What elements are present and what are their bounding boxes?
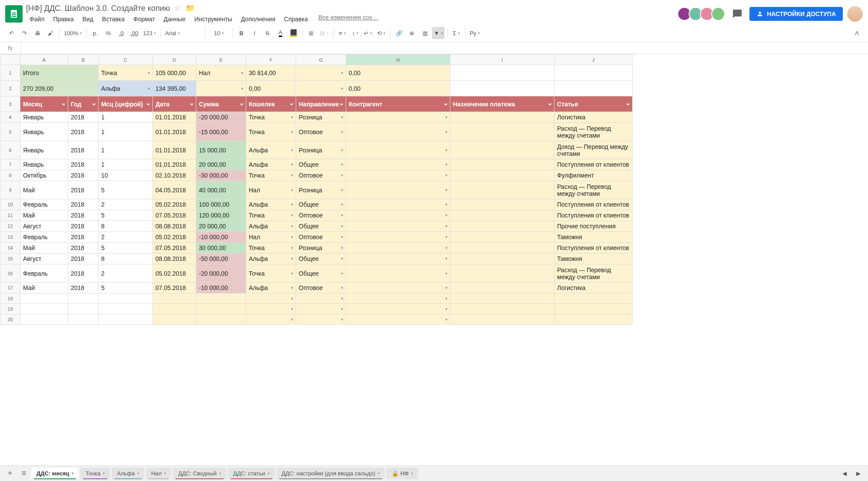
cell-D11[interactable]: 07.05.2018 xyxy=(153,210,196,221)
cell-B2[interactable] xyxy=(68,81,99,96)
col-header-H[interactable]: H xyxy=(346,55,450,65)
cell-H8[interactable]: ▼ xyxy=(346,170,450,181)
cell-F19[interactable]: ▼ xyxy=(246,304,296,314)
cell-B8[interactable]: 2018 xyxy=(68,170,99,181)
menu-Дополнения[interactable]: Дополнения xyxy=(238,14,279,24)
paint-format-button[interactable]: 🖌 xyxy=(44,27,56,39)
cell-F6[interactable]: Альфа▼ xyxy=(246,141,296,159)
dropdown-arrow-icon[interactable]: ▼ xyxy=(290,174,294,178)
cell-G13[interactable]: Оптовое▼ xyxy=(296,232,346,243)
cell-F12[interactable]: Альфа▼ xyxy=(246,221,296,232)
cell-D8[interactable]: 02.10.2018 xyxy=(153,170,196,181)
dropdown-arrow-icon[interactable]: ▼ xyxy=(445,235,448,239)
cell-G11[interactable]: Оптовое▼ xyxy=(296,210,346,221)
cell-B12[interactable]: 2018 xyxy=(68,221,99,232)
comments-icon[interactable] xyxy=(729,6,745,22)
collapse-toolbar-button[interactable]: ᐱ xyxy=(851,27,863,39)
cell-E16[interactable]: -20 000,00 xyxy=(196,264,246,283)
column-filter-J[interactable]: Статья⏷ xyxy=(554,96,633,112)
cell-E18[interactable] xyxy=(196,293,246,304)
cell-C18[interactable] xyxy=(99,293,153,304)
col-header-B[interactable]: B xyxy=(68,55,99,65)
zoom-select[interactable]: 100% xyxy=(62,27,83,39)
cell-A13[interactable]: Февраль xyxy=(20,232,68,243)
redo-button[interactable]: ↷ xyxy=(18,27,30,39)
dropdown-arrow-icon[interactable]: ▼ xyxy=(290,235,294,239)
cell-A4[interactable]: Январь xyxy=(20,112,68,123)
input-tools-button[interactable]: Ру xyxy=(468,27,482,39)
collaborator-avatars[interactable] xyxy=(680,7,725,21)
cell-F20[interactable]: ▼ xyxy=(246,314,296,325)
cell-I11[interactable] xyxy=(450,210,554,221)
cell-I10[interactable] xyxy=(450,199,554,210)
increase-decimal-button[interactable]: .00 xyxy=(128,27,140,39)
cell-H12[interactable]: ▼ xyxy=(346,221,450,232)
cell-G17[interactable]: Оптовое▼ xyxy=(296,283,346,293)
dropdown-arrow-icon[interactable]: ▼ xyxy=(340,188,344,192)
dropdown-arrow-icon[interactable]: ▼ xyxy=(340,86,344,90)
dropdown-arrow-icon[interactable]: ▼ xyxy=(290,317,294,321)
cell-J4[interactable]: Логистика xyxy=(554,112,633,123)
format-currency-button[interactable]: р. xyxy=(89,27,101,39)
cell-F16[interactable]: Точка▼ xyxy=(246,264,296,283)
cell-I6[interactable] xyxy=(450,141,554,159)
cell-J14[interactable]: Поступления от клиентов xyxy=(554,243,633,254)
row-header-10[interactable]: 10 xyxy=(0,199,20,210)
menu-Формат[interactable]: Формат xyxy=(130,14,158,24)
dropdown-arrow-icon[interactable]: ▼ xyxy=(290,271,294,275)
filter-icon[interactable]: ⏷ xyxy=(92,102,96,106)
dropdown-arrow-icon[interactable]: ▼ xyxy=(445,174,448,178)
insert-chart-button[interactable]: ▥ xyxy=(419,27,431,39)
dropdown-arrow-icon[interactable]: ▼ xyxy=(445,214,448,217)
cell-E4[interactable]: -20 000,00 xyxy=(196,112,246,123)
cell-C6[interactable]: 1 xyxy=(99,141,153,159)
col-header-A[interactable]: A xyxy=(20,55,68,65)
dropdown-arrow-icon[interactable]: ▼ xyxy=(445,163,448,167)
italic-button[interactable]: I xyxy=(248,27,261,39)
cell-D15[interactable]: 08.08.2018 xyxy=(153,254,196,264)
dropdown-arrow-icon[interactable]: ▼ xyxy=(290,224,294,228)
cell-E11[interactable]: 120 000,00 xyxy=(196,210,246,221)
cell-C15[interactable]: 8 xyxy=(99,254,153,264)
cell-H5[interactable]: ▼ xyxy=(346,123,450,141)
cell-E13[interactable]: -10 000,00 xyxy=(196,232,246,243)
row-header-20[interactable]: 20 xyxy=(0,314,20,325)
dropdown-arrow-icon[interactable]: ▼ xyxy=(290,214,294,217)
dropdown-arrow-icon[interactable]: ▼ xyxy=(445,203,448,207)
row-header-11[interactable]: 11 xyxy=(0,210,20,221)
cell-C16[interactable]: 2 xyxy=(99,264,153,283)
dropdown-arrow-icon[interactable]: ▼ xyxy=(290,130,294,134)
row-header-12[interactable]: 12 xyxy=(0,221,20,232)
cell-D13[interactable]: 05.02.2018 xyxy=(153,232,196,243)
cell-J17[interactable]: Логистика xyxy=(554,283,633,293)
cell-F7[interactable]: Альфа▼ xyxy=(246,159,296,170)
cell-C19[interactable] xyxy=(99,304,153,314)
cell-E20[interactable] xyxy=(196,314,246,325)
more-formats-button[interactable]: 123 xyxy=(141,27,158,39)
menu-Вставка[interactable]: Вставка xyxy=(99,14,128,24)
filter-icon[interactable]: ⏷ xyxy=(240,102,244,106)
cell-E9[interactable]: 40 000,00 xyxy=(196,181,246,199)
dropdown-arrow-icon[interactable]: ▼ xyxy=(445,130,448,134)
cell-H15[interactable]: ▼ xyxy=(346,254,450,264)
column-filter-I[interactable]: Назначение платежа⏷ xyxy=(450,96,554,112)
row-header-3[interactable]: 3 xyxy=(0,96,20,112)
cell-D4[interactable]: 01.01.2018 xyxy=(153,112,196,123)
cell-C7[interactable]: 1 xyxy=(99,159,153,170)
dropdown-arrow-icon[interactable]: ▼ xyxy=(241,71,244,75)
cell-F14[interactable]: Точка▼ xyxy=(246,243,296,254)
cell-C20[interactable] xyxy=(99,314,153,325)
cell-D2[interactable]: 134 395,00 xyxy=(153,81,196,96)
document-title[interactable]: [НФ] ДДС. Шаблон 3.0. Создайте копию xyxy=(26,4,170,13)
cell-F9[interactable]: Нал▼ xyxy=(246,181,296,199)
cell-F1[interactable]: 30 814,00 xyxy=(246,65,296,81)
menu-Справка[interactable]: Справка xyxy=(281,14,311,24)
cell-E8[interactable]: -30 000,00 xyxy=(196,170,246,181)
dropdown-arrow-icon[interactable]: ▼ xyxy=(340,71,344,75)
menu-Инструменты[interactable]: Инструменты xyxy=(191,14,235,24)
functions-button[interactable]: Σ xyxy=(450,27,462,39)
cell-C2[interactable]: Альфа▼ xyxy=(99,81,153,96)
font-family-select[interactable]: Arial xyxy=(163,27,202,39)
filter-icon[interactable]: ⏷ xyxy=(146,102,151,106)
dropdown-arrow-icon[interactable]: ▼ xyxy=(445,317,448,321)
